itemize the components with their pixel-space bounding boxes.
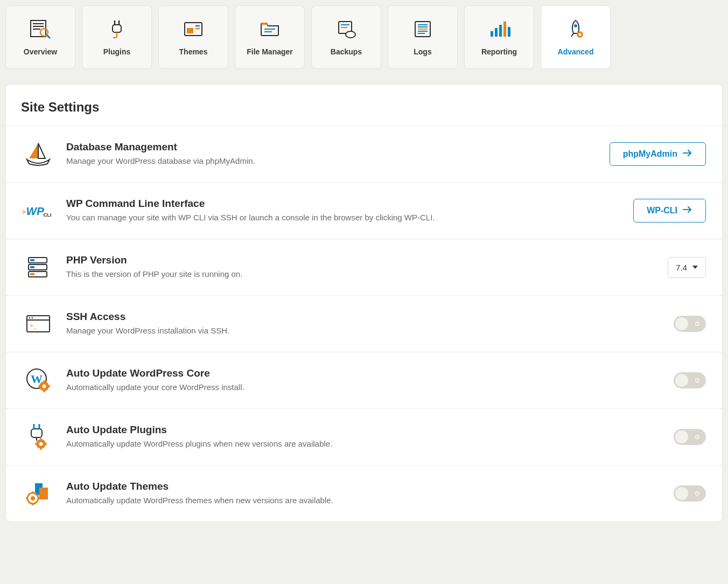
backup-icon [334, 18, 358, 40]
svg-rect-13 [261, 23, 268, 25]
button-label: phpMyAdmin [623, 149, 677, 159]
row-title: SSH Access [66, 311, 662, 323]
tab-label: File Manager [247, 47, 293, 56]
svg-point-31 [574, 24, 577, 27]
svg-point-19 [346, 31, 355, 38]
plugin-icon [105, 18, 129, 40]
toggle-knob [675, 430, 688, 443]
svg-point-33 [579, 33, 582, 36]
svg-rect-66 [39, 488, 48, 499]
svg-rect-27 [495, 28, 498, 37]
row-php-version: PHP Version This is the version of PHP y… [6, 239, 722, 295]
tab-file-manager[interactable]: File Manager [235, 5, 305, 69]
svg-rect-42 [30, 273, 34, 275]
svg-point-60 [39, 442, 43, 446]
row-auto-themes: Auto Update Themes Automatically update … [6, 465, 722, 522]
themes-icon [181, 18, 205, 40]
svg-rect-28 [499, 25, 502, 37]
row-desc: This is the version of PHP your site is … [66, 268, 454, 281]
row-desc: Automatically update your core WordPress… [66, 381, 454, 394]
toggle-indicator [695, 435, 699, 439]
wpcli-icon: > WP CLI [22, 196, 54, 226]
stack-icon [22, 252, 54, 282]
svg-point-51 [43, 385, 46, 388]
row-database: Database Management Manage your WordPres… [6, 126, 722, 182]
tab-themes[interactable]: Themes [158, 5, 228, 69]
svg-rect-6 [113, 25, 121, 32]
row-title: Auto Update Themes [66, 481, 662, 492]
tab-logs[interactable]: Logs [388, 5, 458, 69]
tabs-row: Overview Plugins Themes [0, 0, 728, 69]
tab-label: Backups [331, 47, 362, 56]
auto-themes-toggle[interactable] [674, 485, 706, 502]
tab-plugins[interactable]: Plugins [82, 5, 152, 69]
toggle-knob [675, 487, 688, 500]
tab-label: Reporting [481, 47, 517, 56]
svg-text:>_: >_ [30, 322, 37, 329]
svg-rect-40 [30, 266, 34, 268]
chevron-down-icon [692, 266, 698, 269]
terminal-icon: >_ [22, 309, 54, 339]
auto-core-toggle[interactable] [674, 372, 706, 388]
tab-label: Logs [414, 47, 431, 56]
tab-label: Overview [24, 47, 57, 56]
auto-plugins-toggle[interactable] [674, 429, 706, 445]
svg-point-45 [29, 317, 31, 319]
row-desc: Manage your WordPress installation via S… [66, 325, 454, 337]
row-auto-core: W Auto Update WordPress Core Automatical… [6, 352, 722, 408]
row-title: WP Command Line Interface [66, 198, 621, 210]
row-auto-plugins: Auto Update Plugins Automatically update… [6, 408, 722, 465]
svg-rect-10 [187, 28, 193, 33]
button-label: WP-CLI [647, 206, 677, 215]
toggle-indicator [695, 491, 699, 496]
toggle-indicator [695, 322, 699, 326]
ssh-toggle[interactable] [674, 316, 706, 332]
overview-icon [29, 18, 52, 40]
svg-point-46 [32, 317, 33, 319]
row-wpcli: > WP CLI WP Command Line Interface You c… [6, 182, 722, 239]
row-title: Auto Update Plugins [66, 424, 662, 436]
site-settings-panel: Site Settings Database Management Manage… [5, 84, 723, 522]
tab-overview[interactable]: Overview [5, 5, 75, 69]
row-title: PHP Version [66, 254, 656, 266]
toggle-knob [675, 317, 688, 330]
svg-rect-26 [491, 31, 493, 37]
svg-rect-29 [503, 22, 506, 37]
svg-text:WP: WP [26, 205, 44, 217]
logs-icon [411, 18, 435, 40]
arrow-right-icon [683, 206, 692, 215]
row-desc: Manage your WordPress database via phpMy… [66, 155, 454, 168]
select-value: 7.4 [676, 263, 687, 272]
svg-point-4 [40, 29, 48, 36]
svg-text:CLI: CLI [43, 212, 51, 218]
panel-title: Site Settings [6, 85, 722, 126]
php-version-select[interactable]: 7.4 [668, 257, 706, 278]
svg-rect-38 [30, 259, 34, 261]
svg-text:>: > [22, 208, 26, 215]
tab-reporting[interactable]: Reporting [464, 5, 534, 69]
theme-gear-icon [22, 478, 54, 509]
toggle-indicator [695, 378, 699, 383]
row-ssh: >_ SSH Access Manage your WordPress inst… [6, 295, 722, 352]
row-desc: Automatically update WordPress themes wh… [66, 495, 454, 507]
svg-rect-30 [508, 27, 510, 37]
wordpress-gear-icon: W [22, 365, 54, 395]
tab-backups[interactable]: Backups [311, 5, 381, 69]
sailboat-icon [22, 139, 54, 169]
plugin-gear-icon [22, 422, 54, 452]
svg-line-5 [47, 35, 50, 38]
chart-icon [487, 18, 511, 40]
row-title: Auto Update WordPress Core [66, 367, 662, 379]
svg-point-68 [31, 496, 35, 500]
tab-label: Themes [179, 47, 208, 56]
wpcli-button[interactable]: WP-CLI [633, 199, 706, 223]
tab-advanced[interactable]: Advanced [541, 5, 611, 69]
svg-rect-56 [31, 429, 42, 437]
toggle-knob [675, 374, 688, 387]
phpmyadmin-button[interactable]: phpMyAdmin [610, 142, 706, 166]
folder-icon [258, 18, 282, 40]
row-title: Database Management [66, 141, 598, 153]
row-desc: Automatically update WordPress plugins w… [66, 438, 454, 450]
arrow-right-icon [683, 149, 692, 159]
tab-label: Plugins [103, 47, 131, 56]
